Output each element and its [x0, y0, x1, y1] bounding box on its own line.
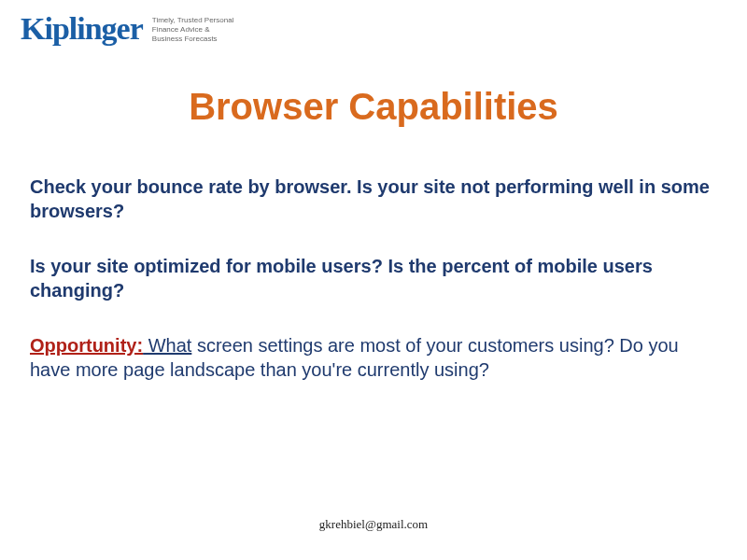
logo-block: Kiplinger Timely, Trusted Personal Finan… — [21, 13, 241, 45]
logo-tagline: Timely, Trusted Personal Finance Advice … — [152, 16, 241, 44]
opportunity-text-underlined: What — [143, 335, 191, 356]
paragraph-1: Check your bounce rate by browser. Is yo… — [30, 175, 717, 223]
paragraph-3: Opportunity: What screen settings are mo… — [30, 334, 717, 382]
opportunity-label: Opportunity: — [30, 335, 143, 356]
logo-word: Kiplinger — [21, 13, 143, 45]
slide: Kiplinger Timely, Trusted Personal Finan… — [0, 0, 747, 560]
slide-title: Browser Capabilities — [0, 86, 747, 128]
footer-email: gkrehbiel@gmail.com — [0, 517, 747, 532]
slide-body: Check your bounce rate by browser. Is yo… — [30, 175, 717, 414]
paragraph-2: Is your site optimized for mobile users?… — [30, 255, 717, 302]
